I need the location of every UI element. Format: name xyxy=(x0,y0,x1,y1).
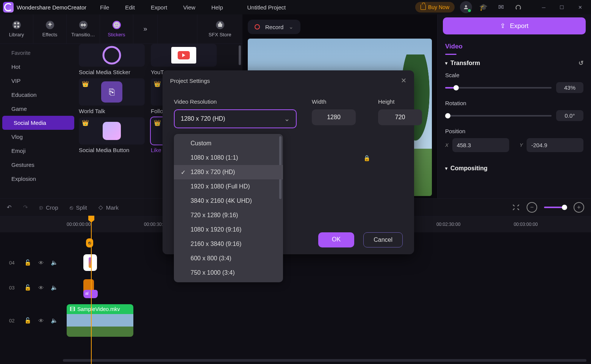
resolution-option[interactable]: 2160 x 3840 (9:16) xyxy=(174,237,283,251)
menu-edit[interactable]: Edit xyxy=(125,4,135,11)
category-gestures[interactable]: Gestures xyxy=(0,158,77,172)
lock-icon[interactable]: 🔓 xyxy=(24,317,31,324)
properties-panel: ⇪Export Video Transform↺ Scale 43% Rotat… xyxy=(437,14,591,198)
thumbnail-scrollbar[interactable] xyxy=(239,45,241,65)
menu-help[interactable]: Help xyxy=(211,4,223,11)
sticker-item[interactable]: 👑⎘World Talk xyxy=(79,78,145,114)
mute-icon[interactable]: 🔈 xyxy=(51,284,58,291)
resolution-option[interactable]: 1080 x 1920 (9:16) xyxy=(174,222,283,237)
position-y-input[interactable]: -204.9 xyxy=(527,138,583,152)
close-button[interactable]: ✕ xyxy=(572,2,588,13)
clip-video[interactable]: 🎞SampleVideo.mkv xyxy=(67,304,133,337)
resolution-option[interactable]: 720 x 1280 (9:16) xyxy=(174,208,283,222)
mark-button[interactable]: ◇Mark xyxy=(98,204,119,211)
position-x-input[interactable]: 458.3 xyxy=(452,138,509,152)
cancel-button[interactable]: Cancel xyxy=(363,232,403,247)
dialog-close-button[interactable]: ✕ xyxy=(401,76,407,85)
resolution-option[interactable]: 600 x 800 (3:4) xyxy=(174,251,283,266)
mail-icon[interactable]: ✉ xyxy=(495,1,507,13)
rotation-value[interactable]: 0.0° xyxy=(556,110,583,121)
x-label: X xyxy=(445,142,449,148)
clip-overlay-label[interactable]: al xyxy=(83,290,98,298)
y-label: Y xyxy=(520,142,523,148)
category-vlog[interactable]: Vlog xyxy=(0,130,77,144)
lock-icon[interactable]: 🔓 xyxy=(24,284,31,291)
eye-icon[interactable]: 👁 xyxy=(38,285,44,291)
crop-button[interactable]: ⟄Crop xyxy=(39,204,58,211)
tab-transitions[interactable]: Transitio… xyxy=(67,14,100,44)
tab-effects[interactable]: Effects xyxy=(33,14,67,44)
svg-point-1 xyxy=(113,22,120,28)
sticker-item[interactable]: 👑Social Media Button xyxy=(79,117,145,153)
buy-now-button[interactable]: Buy Now xyxy=(415,2,455,12)
fit-button[interactable] xyxy=(512,204,520,211)
redo-button[interactable]: ↷ xyxy=(23,204,28,211)
resolution-option[interactable]: Custom xyxy=(174,136,283,151)
maximize-button[interactable]: ☐ xyxy=(554,2,570,13)
buy-now-label: Buy Now xyxy=(428,4,449,10)
tab-more[interactable]: » xyxy=(133,14,158,44)
split-indicator[interactable]: ⎋ xyxy=(86,238,93,247)
category-emoji[interactable]: Emoji xyxy=(0,144,77,158)
zoom-out-button[interactable]: − xyxy=(527,202,537,213)
mute-icon[interactable]: 🔈 xyxy=(51,259,58,266)
resolution-option[interactable]: 750 x 1000 (3:4) xyxy=(174,266,283,280)
eye-icon[interactable]: 👁 xyxy=(38,317,44,324)
category-list[interactable]: Favorite Hot VIP Education Game Social M… xyxy=(0,44,77,198)
category-favorite[interactable]: Favorite xyxy=(0,46,77,60)
record-icon xyxy=(255,24,260,30)
scale-slider[interactable] xyxy=(445,87,552,89)
export-button[interactable]: ⇪Export xyxy=(443,17,586,34)
zoom-in-button[interactable]: + xyxy=(574,202,584,213)
resolution-label: Video Resolution xyxy=(174,98,297,105)
zoom-slider[interactable] xyxy=(544,207,567,208)
scale-value[interactable]: 43% xyxy=(556,82,583,93)
resolution-option[interactable]: 3840 x 2160 (4K UHD) xyxy=(174,194,283,208)
tab-stickers-label: Stickers xyxy=(108,32,125,37)
svg-point-0 xyxy=(465,5,467,7)
tab-video[interactable]: Video xyxy=(445,43,463,53)
ok-button[interactable]: OK xyxy=(318,232,354,247)
category-explosion[interactable]: Explosion xyxy=(0,172,77,186)
reset-icon[interactable]: ↺ xyxy=(578,59,583,67)
svg-point-3 xyxy=(117,24,118,25)
eye-icon[interactable]: 👁 xyxy=(38,260,44,266)
graduation-icon[interactable]: 🎓 xyxy=(477,1,489,13)
record-button[interactable]: Record⌄ xyxy=(248,20,300,34)
lock-aspect-icon[interactable]: 🔒 xyxy=(363,98,371,218)
width-input[interactable]: 1280 xyxy=(312,109,356,125)
tab-library[interactable]: Library xyxy=(0,14,33,44)
split-button[interactable]: ⎋Split xyxy=(70,204,87,211)
menu-export[interactable]: Export xyxy=(151,4,167,11)
minimize-button[interactable]: ─ xyxy=(536,2,552,13)
category-social-media[interactable]: Social Media xyxy=(2,116,74,130)
resolution-option-selected[interactable]: 1280 x 720 (HD) xyxy=(174,165,283,179)
headset-icon[interactable] xyxy=(512,1,524,13)
user-icon[interactable] xyxy=(460,1,472,13)
menu-file[interactable]: File xyxy=(100,4,109,11)
tab-stickers[interactable]: Stickers xyxy=(100,14,133,44)
menu-view[interactable]: View xyxy=(183,4,195,11)
sticker-item[interactable]: Social Media Sticker xyxy=(79,44,145,75)
category-education[interactable]: Education xyxy=(0,88,77,102)
section-compositing[interactable]: Compositing xyxy=(445,165,583,172)
resolution-options[interactable]: Custom 1080 x 1080 (1:1) 1280 x 720 (HD)… xyxy=(174,134,283,282)
resolution-option[interactable]: 1080 x 1080 (1:1) xyxy=(174,151,283,165)
resolution-option[interactable]: 1920 x 1080 (Full HD) xyxy=(174,179,283,194)
crop-icon: ⟄ xyxy=(39,204,43,211)
resolution-dropdown[interactable]: 1280 x 720 (HD) xyxy=(174,109,297,128)
section-transform[interactable]: Transform↺ xyxy=(445,59,583,67)
track-number: 04 xyxy=(9,260,17,266)
undo-button[interactable]: ↶ xyxy=(7,204,12,211)
tab-sfx-store[interactable]: SFX Store xyxy=(197,14,242,44)
category-hot[interactable]: Hot xyxy=(0,60,77,74)
track-number: 03 xyxy=(9,285,17,291)
timeline-scrollbar[interactable] xyxy=(63,359,586,362)
category-vip[interactable]: VIP xyxy=(0,74,77,88)
clip-sticker[interactable] xyxy=(83,254,97,271)
mute-icon[interactable]: 🔈 xyxy=(51,317,58,324)
category-game[interactable]: Game xyxy=(0,102,77,116)
height-input[interactable]: 720 xyxy=(378,109,422,125)
lock-icon[interactable]: 🔓 xyxy=(24,259,31,266)
rotation-slider[interactable] xyxy=(445,115,552,117)
